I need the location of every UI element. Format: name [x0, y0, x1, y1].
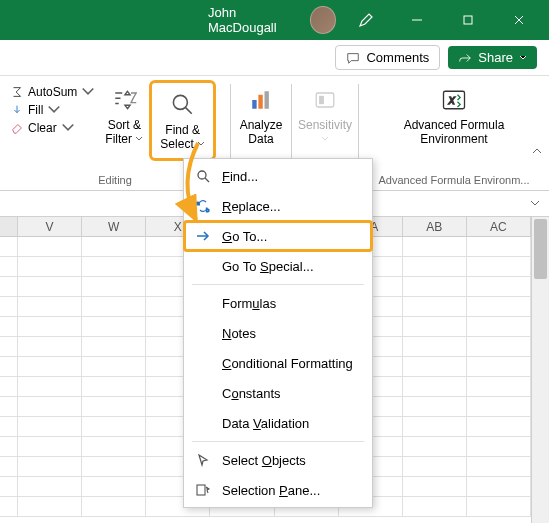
- column-header-AC[interactable]: AC: [467, 217, 531, 237]
- grid-cell[interactable]: [467, 397, 531, 417]
- grid-cell[interactable]: [0, 457, 18, 477]
- grid-cell[interactable]: [18, 497, 82, 517]
- grid-cell[interactable]: [82, 317, 146, 337]
- grid-cell[interactable]: [0, 237, 18, 257]
- grid-cell[interactable]: [403, 497, 467, 517]
- grid-cell[interactable]: [18, 317, 82, 337]
- grid-cell[interactable]: [82, 477, 146, 497]
- grid-cell[interactable]: [82, 417, 146, 437]
- autosum-button[interactable]: AutoSum: [6, 84, 99, 100]
- grid-cell[interactable]: [0, 297, 18, 317]
- grid-cell[interactable]: [82, 497, 146, 517]
- select-all-corner[interactable]: [0, 217, 18, 237]
- grid-cell[interactable]: [403, 297, 467, 317]
- grid-cell[interactable]: [82, 397, 146, 417]
- grid-cell[interactable]: [403, 357, 467, 377]
- menu-formulas[interactable]: Formulas: [184, 288, 372, 318]
- grid-cell[interactable]: [82, 257, 146, 277]
- grid-cell[interactable]: [403, 277, 467, 297]
- menu-goto-special[interactable]: Go To Special...: [184, 251, 372, 281]
- grid-cell[interactable]: [403, 477, 467, 497]
- fill-button[interactable]: Fill: [6, 102, 99, 118]
- grid-cell[interactable]: [403, 317, 467, 337]
- grid-cell[interactable]: [18, 457, 82, 477]
- grid-cell[interactable]: [403, 337, 467, 357]
- grid-cell[interactable]: [82, 337, 146, 357]
- grid-cell[interactable]: [403, 237, 467, 257]
- grid-cell[interactable]: [403, 257, 467, 277]
- grid-cell[interactable]: [18, 477, 82, 497]
- grid-cell[interactable]: [403, 397, 467, 417]
- column-header-AB[interactable]: AB: [403, 217, 467, 237]
- column-header-V[interactable]: V: [18, 217, 82, 237]
- grid-cell[interactable]: [82, 377, 146, 397]
- grid-cell[interactable]: [18, 357, 82, 377]
- menu-constants[interactable]: Constants: [184, 378, 372, 408]
- clear-button[interactable]: Clear: [6, 120, 99, 136]
- menu-data-validation[interactable]: Data Validation: [184, 408, 372, 438]
- grid-cell[interactable]: [467, 357, 531, 377]
- grid-cell[interactable]: [0, 257, 18, 277]
- grid-cell[interactable]: [18, 237, 82, 257]
- grid-cell[interactable]: [82, 237, 146, 257]
- menu-conditional-formatting[interactable]: Conditional Formatting: [184, 348, 372, 378]
- vertical-scrollbar[interactable]: [531, 217, 549, 523]
- comments-button[interactable]: Comments: [335, 45, 440, 70]
- grid-cell[interactable]: [0, 397, 18, 417]
- grid-cell[interactable]: [82, 277, 146, 297]
- grid-cell[interactable]: [18, 397, 82, 417]
- grid-cell[interactable]: [403, 417, 467, 437]
- formula-bar-expand[interactable]: [529, 195, 541, 213]
- grid-cell[interactable]: [467, 297, 531, 317]
- grid-cell[interactable]: [467, 237, 531, 257]
- grid-cell[interactable]: [467, 257, 531, 277]
- grid-cell[interactable]: [403, 457, 467, 477]
- grid-cell[interactable]: [467, 457, 531, 477]
- grid-cell[interactable]: [0, 317, 18, 337]
- find-select-button[interactable]: Find &Select: [154, 85, 211, 156]
- grid-cell[interactable]: [0, 337, 18, 357]
- column-header-W[interactable]: W: [82, 217, 146, 237]
- grid-cell[interactable]: [18, 297, 82, 317]
- afe-button[interactable]: x Advanced Formula Environment: [394, 80, 514, 151]
- minimize-button[interactable]: [395, 0, 438, 40]
- avatar[interactable]: [310, 6, 336, 34]
- grid-cell[interactable]: [467, 477, 531, 497]
- grid-cell[interactable]: [0, 357, 18, 377]
- menu-select-objects[interactable]: Select Objects: [184, 445, 372, 475]
- grid-cell[interactable]: [467, 497, 531, 517]
- menu-selection-pane[interactable]: Selection Pane...: [184, 475, 372, 505]
- menu-goto[interactable]: Go To...: [184, 221, 372, 251]
- grid-cell[interactable]: [0, 277, 18, 297]
- grid-cell[interactable]: [403, 377, 467, 397]
- grid-cell[interactable]: [467, 437, 531, 457]
- sort-filter-button[interactable]: Sort &Filter: [99, 80, 149, 151]
- maximize-button[interactable]: [447, 0, 490, 40]
- analyze-data-button[interactable]: Analyze Data: [237, 80, 285, 151]
- grid-cell[interactable]: [0, 437, 18, 457]
- grid-cell[interactable]: [18, 377, 82, 397]
- grid-cell[interactable]: [0, 377, 18, 397]
- grid-cell[interactable]: [18, 277, 82, 297]
- grid-cell[interactable]: [467, 337, 531, 357]
- grid-cell[interactable]: [0, 477, 18, 497]
- close-button[interactable]: [498, 0, 541, 40]
- scrollbar-thumb[interactable]: [534, 219, 547, 279]
- grid-cell[interactable]: [18, 337, 82, 357]
- grid-cell[interactable]: [18, 257, 82, 277]
- grid-cell[interactable]: [82, 457, 146, 477]
- grid-cell[interactable]: [467, 417, 531, 437]
- menu-find[interactable]: Find...: [184, 161, 372, 191]
- share-button[interactable]: Share: [448, 46, 537, 69]
- user-account[interactable]: John MacDougall: [208, 5, 336, 35]
- grid-cell[interactable]: [82, 437, 146, 457]
- grid-cell[interactable]: [467, 277, 531, 297]
- pen-mode-button[interactable]: [344, 0, 387, 40]
- grid-cell[interactable]: [18, 437, 82, 457]
- grid-cell[interactable]: [0, 417, 18, 437]
- ribbon-collapse-button[interactable]: [531, 144, 543, 162]
- grid-cell[interactable]: [82, 297, 146, 317]
- menu-notes[interactable]: Notes: [184, 318, 372, 348]
- grid-cell[interactable]: [403, 437, 467, 457]
- grid-cell[interactable]: [18, 417, 82, 437]
